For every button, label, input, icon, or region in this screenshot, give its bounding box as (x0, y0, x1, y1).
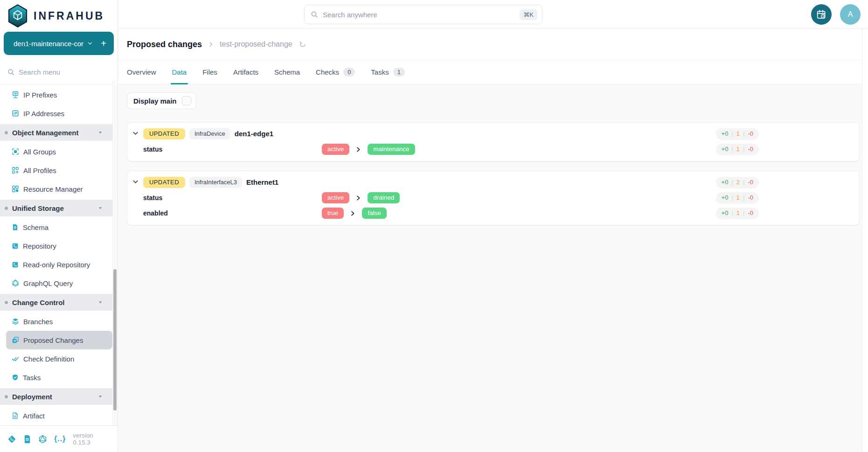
chevron-right-icon (208, 41, 214, 48)
topbar: Search anywhere ⌘K A (118, 0, 868, 29)
add-branch-button[interactable]: + (101, 39, 106, 48)
chevron-right-icon (355, 146, 361, 153)
sidebar-item-repository[interactable]: Repository (0, 236, 112, 255)
sidebar-section-deployment[interactable]: Deployment (0, 388, 113, 405)
git-icon[interactable] (7, 435, 16, 444)
sidebar-section-object-management[interactable]: Object Management (0, 124, 113, 141)
sidebar-item-label: All Groups (23, 148, 56, 156)
display-main-checkbox[interactable] (182, 96, 191, 105)
tab-files[interactable]: Files (202, 60, 217, 84)
counter-separator: | (731, 179, 733, 187)
removed-count: -0 (748, 209, 753, 217)
diff-card-header[interactable]: UPDATED InfraDevice den1-edge1 +0 | 1 | … (127, 128, 859, 140)
readonly-repository-icon (12, 261, 19, 268)
global-search-input[interactable]: Search anywhere ⌘K (304, 5, 542, 24)
tab-count-badge: 1 (393, 68, 405, 76)
updated-count: 1 (736, 209, 740, 217)
chevron-right-icon (355, 195, 361, 201)
avatar[interactable]: A (840, 4, 861, 25)
removed-count: -0 (748, 146, 753, 153)
diff-card-infrainterfacel3: UPDATED InfraInterfaceL3 Ethernet1 +0 | … (127, 171, 860, 225)
sidebar-item-ip-prefixes[interactable]: IP Prefixes (0, 85, 112, 104)
sidebar-item-label: IP Prefixes (23, 91, 57, 99)
chevron-down-icon (98, 130, 103, 135)
tab-overview[interactable]: Overview (127, 60, 156, 84)
all-groups-icon (12, 148, 19, 155)
tab-label: Data (172, 68, 187, 76)
diff-card-header[interactable]: UPDATED InfraInterfaceL3 Ethernet1 +0 | … (127, 177, 859, 188)
action-badge: UPDATED (143, 177, 185, 188)
sidebar-item-readonly-repository[interactable]: Read-only Repository (0, 255, 112, 274)
docs-icon[interactable] (23, 435, 31, 444)
new-value-badge: maintenance (368, 144, 415, 155)
logo[interactable]: INFRAHUB (0, 0, 118, 30)
sidebar-item-artifact[interactable]: Artifact (0, 406, 112, 425)
sidebar-item-ip-addresses[interactable]: IP Addresses (0, 104, 112, 123)
all-profiles-icon (12, 167, 19, 174)
sidebar: INFRAHUB den1-maintenance-cor + Search m… (0, 0, 118, 452)
tab-data[interactable]: Data (172, 60, 187, 84)
diff-attribute-row[interactable]: status active maintenance +0 | 1 (127, 144, 859, 155)
main-area: Search anywhere ⌘K A Proposed changes te… (118, 0, 868, 452)
refresh-icon[interactable] (299, 41, 306, 48)
sidebar-item-proposed-changes[interactable]: Proposed Changes (6, 331, 112, 349)
chevron-down-icon[interactable] (132, 178, 139, 185)
sidebar-scrollbar-thumb[interactable] (113, 269, 117, 410)
search-icon (7, 69, 14, 76)
counter-separator: | (731, 130, 733, 138)
tab-artifacts[interactable]: Artifacts (233, 60, 258, 84)
sidebar-item-label: Proposed Changes (23, 336, 83, 344)
sidebar-item-graphql-query[interactable]: GraphQL Query (0, 274, 112, 292)
sidebar-item-schema[interactable]: Schema (0, 218, 112, 236)
section-bullet-icon (5, 301, 8, 304)
diff-counters-pill: +0 | 1 | -0 (716, 208, 759, 219)
code-braces-icon[interactable]: {..} (54, 435, 66, 443)
infrahub-hexagon-logo-icon (7, 4, 28, 28)
sidebar-item-check-definition[interactable]: Check Definition (0, 349, 112, 368)
tab-label: Overview (127, 68, 156, 76)
search-icon (311, 11, 318, 18)
diff-cards: UPDATED InfraDevice den1-edge1 +0 | 1 | … (127, 122, 860, 225)
chevron-down-icon (98, 300, 103, 305)
menu-search-input[interactable]: Search menu (0, 60, 118, 84)
tab-checks[interactable]: Checks 0 (316, 60, 355, 84)
sidebar-item-branches[interactable]: Branches (0, 312, 112, 331)
logo-wordmark: INFRAHUB (34, 10, 104, 22)
chevron-down-icon[interactable] (132, 130, 139, 137)
breadcrumb-item[interactable]: test-proposed-change (220, 40, 292, 49)
tasks-icon (12, 374, 19, 381)
sidebar-item-all-groups[interactable]: All Groups (0, 142, 112, 161)
updated-count: 1 (736, 146, 740, 153)
updated-count: 2 (736, 179, 740, 187)
counter-separator: | (743, 209, 744, 217)
tab-tasks[interactable]: Tasks 1 (371, 60, 405, 84)
sidebar-section-label: Unified Storage (12, 204, 64, 212)
attribute-name: status (143, 146, 162, 153)
sidebar-item-resource-manager[interactable]: Resource Manager (0, 180, 112, 198)
display-main-toggle[interactable]: Display main (127, 92, 196, 109)
main-scrollbar-track[interactable] (862, 29, 868, 452)
sidebar-item-all-profiles[interactable]: All Profiles (0, 161, 112, 180)
object-name: Ethernet1 (246, 178, 278, 186)
tab-label: Artifacts (233, 68, 258, 76)
counter-separator: | (743, 146, 744, 153)
branch-selector[interactable]: den1-maintenance-cor + (4, 32, 114, 55)
sidebar-item-label: Branches (23, 318, 53, 326)
breadcrumb-section[interactable]: Proposed changes (127, 40, 202, 49)
diff-attribute-row[interactable]: status active drained +0 | 1 | (127, 192, 859, 204)
section-bullet-icon (5, 131, 8, 134)
added-count: +0 (722, 194, 729, 202)
old-value-badge: active (322, 144, 349, 155)
added-count: +0 (722, 146, 729, 153)
action-badge: UPDATED (143, 128, 185, 139)
schedule-button[interactable] (811, 4, 832, 25)
diff-attribute-row[interactable]: enabled true false +0 | 1 | (127, 208, 859, 219)
graphql-logo-icon[interactable] (38, 435, 47, 444)
schema-icon (12, 223, 19, 231)
sidebar-item-label: Read-only Repository (23, 261, 90, 269)
sidebar-item-tasks[interactable]: Tasks (0, 368, 112, 387)
tab-schema[interactable]: Schema (274, 60, 300, 84)
tab-bar: Overview Data Files Artifacts Schema Che… (118, 60, 868, 84)
sidebar-section-unified-storage[interactable]: Unified Storage (0, 200, 113, 216)
sidebar-section-change-control[interactable]: Change Control (0, 294, 113, 311)
